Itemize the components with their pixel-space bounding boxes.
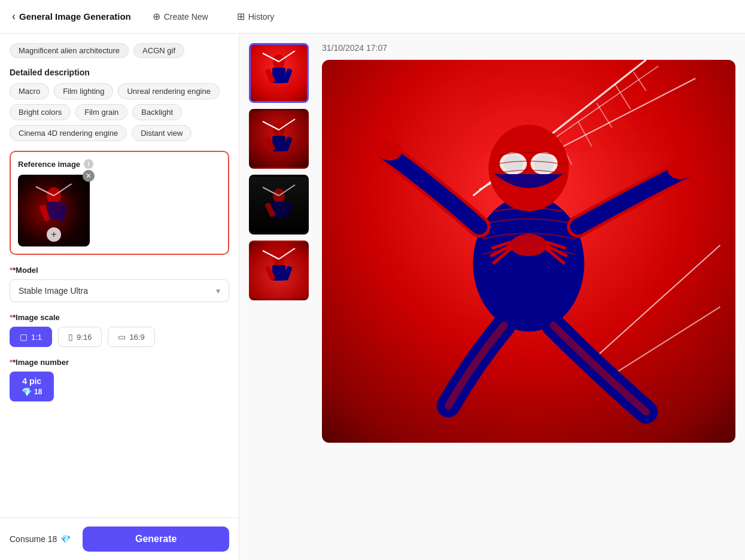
svg-line-36 xyxy=(578,121,592,146)
thumbnail-3[interactable] xyxy=(249,175,309,235)
header: ‹ General Image Generation ⊕ Create New … xyxy=(0,0,745,34)
reference-image-thumbnail[interactable]: ✕ + xyxy=(18,175,90,246)
right-panel: 31/10/2024 17:07 xyxy=(239,34,745,560)
consume-gem-icon: 💎 xyxy=(60,534,71,544)
scale-1-1-icon: ▢ xyxy=(20,332,28,342)
tag-bright-colors[interactable]: Bright colors xyxy=(10,104,71,120)
left-panel: Magnificent alien architecture ACGN gif … xyxy=(0,34,239,560)
remove-reference-button[interactable]: ✕ xyxy=(83,170,95,182)
gem-icon: 💎 xyxy=(22,387,32,397)
image-scale-label: **Image scale xyxy=(10,313,229,322)
back-button[interactable]: ‹ General Image Generation xyxy=(12,10,131,23)
main-image-area: 31/10/2024 17:07 xyxy=(322,43,735,550)
history-label: History xyxy=(248,12,275,22)
tag-backlight[interactable]: Backlight xyxy=(132,104,182,120)
svg-point-56 xyxy=(668,160,692,179)
model-label: **Model xyxy=(10,266,229,275)
image-cost-row: 💎 18 xyxy=(22,387,42,397)
spiderman-main-illustration xyxy=(322,60,735,443)
tag-film-lighting[interactable]: Film lighting xyxy=(54,83,113,99)
svg-point-54 xyxy=(503,155,523,172)
svg-line-42 xyxy=(603,307,720,381)
image-count-label: 4 pic xyxy=(22,376,41,386)
tag-macro[interactable]: Macro xyxy=(10,83,49,99)
thumbnail-2[interactable] xyxy=(249,109,309,169)
consume-info: Consume 18 💎 xyxy=(10,534,71,544)
main-layout: Magnificent alien architecture ACGN gif … xyxy=(0,34,745,560)
add-reference-button[interactable]: + xyxy=(47,227,61,242)
tag-distant-view[interactable]: Distant view xyxy=(132,125,191,141)
plus-circle-icon: ⊕ xyxy=(153,11,160,22)
timestamp: 31/10/2024 17:07 xyxy=(322,43,735,53)
history-icon: ⊞ xyxy=(237,11,245,22)
model-selected-value: Stable Image Ultra xyxy=(19,286,88,296)
image-cost-value: 18 xyxy=(34,388,42,396)
svg-point-43 xyxy=(473,196,585,331)
bottom-bar: Consume 18 💎 Generate xyxy=(0,518,239,560)
main-image-display xyxy=(322,60,735,443)
scale-options-row: ▢ 1:1 ▯ 9:16 ▭ 16:9 xyxy=(10,327,229,347)
tag-cinema4d[interactable]: Cinema 4D rendering engine xyxy=(10,125,127,141)
detailed-description-label: Detailed description xyxy=(10,68,229,77)
thumb-4-preview xyxy=(251,242,307,299)
reference-image-section: Reference image i ✕ xyxy=(10,151,229,255)
thumbnail-4[interactable] xyxy=(249,241,309,300)
back-chevron-icon: ‹ xyxy=(12,10,16,23)
scale-option-1-1[interactable]: ▢ 1:1 xyxy=(10,327,52,347)
model-dropdown-icon: ▾ xyxy=(216,286,220,296)
svg-point-57 xyxy=(378,142,402,160)
svg-line-34 xyxy=(615,84,631,109)
svg-point-44 xyxy=(510,234,548,256)
tag-acgn[interactable]: ACGN gif xyxy=(133,43,184,58)
image-number-label: **Image number xyxy=(10,358,229,367)
reference-image-label: Reference image i xyxy=(18,159,221,169)
tag-film-grain[interactable]: Film grain xyxy=(75,104,127,120)
scale-option-16-9[interactable]: ▭ 16:9 xyxy=(108,327,154,347)
thumbnail-1[interactable] xyxy=(249,43,309,103)
gallery-area: 31/10/2024 17:07 xyxy=(239,34,745,560)
image-number-button[interactable]: 4 pic 💎 18 xyxy=(10,372,54,401)
svg-point-51 xyxy=(488,124,568,211)
create-new-label: Create New xyxy=(164,12,208,22)
app-title: General Image Generation xyxy=(19,11,131,22)
desc-tags-row: Macro Film lighting Unreal rendering eng… xyxy=(10,83,229,141)
scale-option-9-16[interactable]: ▯ 9:16 xyxy=(58,327,102,347)
tag-magnificent[interactable]: Magnificent alien architecture xyxy=(10,43,129,58)
svg-line-41 xyxy=(597,245,720,357)
history-button[interactable]: ⊞ History xyxy=(230,7,282,26)
thumb-2-preview xyxy=(251,111,307,167)
scale-16-9-icon: ▭ xyxy=(118,332,126,342)
top-tags-row: Magnificent alien architecture ACGN gif xyxy=(10,43,229,58)
svg-point-55 xyxy=(534,155,554,172)
svg-line-35 xyxy=(597,103,612,127)
left-scroll-area: Magnificent alien architecture ACGN gif … xyxy=(0,34,239,518)
thumbnail-strip xyxy=(249,43,315,550)
tag-unreal[interactable]: Unreal rendering engine xyxy=(118,83,219,99)
thumb-1-preview xyxy=(251,45,307,101)
thumb-3-preview xyxy=(251,176,307,233)
generate-button[interactable]: Generate xyxy=(83,526,229,552)
model-select[interactable]: Stable Image Ultra ▾ xyxy=(10,279,229,302)
info-icon[interactable]: i xyxy=(84,159,93,169)
create-new-button[interactable]: ⊕ Create New xyxy=(145,7,215,26)
scale-9-16-icon: ▯ xyxy=(68,332,73,342)
